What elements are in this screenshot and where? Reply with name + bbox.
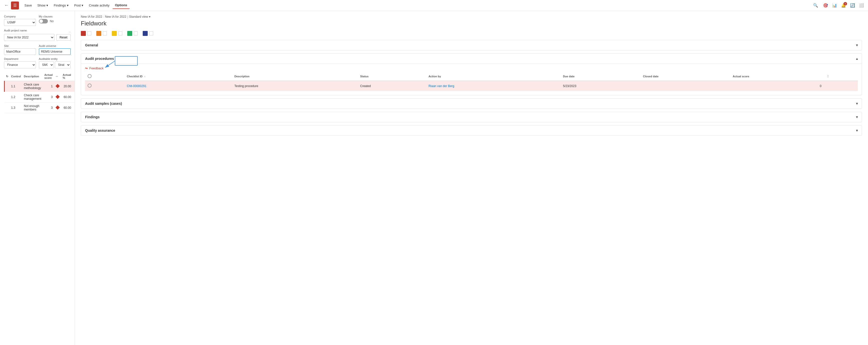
controls-table: ↻ Control Description Actual score ··· A…	[4, 72, 75, 113]
audit-procedures-header[interactable]: Audit procedures ▴	[81, 54, 862, 64]
feedback-link[interactable]: ⇋ Feedback	[85, 64, 858, 72]
sort-icon[interactable]: ↑	[144, 75, 146, 78]
refresh-button[interactable]: 🔄	[849, 2, 856, 9]
topbar-icons: 🎯 📊 🔔 0 🔄 ⬜	[822, 2, 865, 9]
procedures-table-body: Chlt-00000291 Testing procedure Created …	[85, 81, 858, 91]
color-filters	[81, 31, 862, 36]
refresh-icon[interactable]: ↻	[6, 75, 8, 78]
audit-samples-label: Audit samples (cases)	[85, 101, 122, 105]
company-select[interactable]: USMF	[4, 19, 36, 26]
proc-col-actual-score: Actual score	[730, 72, 824, 81]
ctrl-cell-description: Check care methodology	[23, 81, 43, 92]
my-clauses-label: My clauses	[39, 15, 71, 18]
department-select[interactable]: Finance	[4, 61, 36, 68]
audit-procedures-body: ⇋ Feedback Checklist ID ↑	[81, 64, 862, 95]
findings-header[interactable]: Findings ▾	[81, 112, 862, 122]
color-filter-blue	[143, 31, 153, 36]
blue-checkbox[interactable]	[149, 31, 153, 35]
icon1-button[interactable]: 🎯	[822, 2, 829, 9]
ctrl-cell-diamond	[54, 81, 61, 92]
back-button[interactable]: ←	[3, 2, 10, 9]
icon2-button[interactable]: 📊	[831, 2, 838, 9]
controls-table-row[interactable]: 1.2 Check care management 3 60.00	[4, 92, 75, 102]
color-filter-orange	[96, 31, 107, 36]
quality-assurance-chevron: ▾	[856, 128, 858, 132]
proc-col-more[interactable]: ⋮	[824, 72, 858, 81]
save-button[interactable]: Save	[22, 2, 34, 9]
ctrl-cell-score: 3	[43, 102, 54, 113]
my-clauses-field: My clauses No	[39, 15, 71, 24]
proc-cell-id[interactable]: Chlt-00000291	[124, 81, 232, 91]
audit-project-label: Audit project name	[4, 29, 27, 32]
left-panel: Company USMF My clauses No Audit project…	[0, 11, 75, 345]
orange-dot	[96, 31, 101, 36]
show-button[interactable]: Show ▾	[35, 2, 51, 9]
ctrl-cell-description: Check care management	[23, 92, 43, 102]
col-more2[interactable]: ⋮	[72, 72, 75, 81]
proc-cell-actual-score: 0	[730, 81, 824, 91]
ctrl-cell-pct: 60.00	[61, 92, 72, 102]
orange-checkbox[interactable]	[103, 31, 107, 35]
yellow-checkbox[interactable]	[118, 31, 122, 35]
ctrl-cell-icon	[4, 102, 10, 113]
options-button[interactable]: Options	[113, 2, 130, 9]
red-checkbox[interactable]	[87, 31, 91, 35]
quality-assurance-header[interactable]: Quality assurance ▾	[81, 125, 862, 135]
audit-universe-input[interactable]	[39, 49, 71, 55]
breadcrumb-part1: New IA for 2022	[81, 15, 102, 19]
search-button[interactable]: 🔍	[812, 2, 819, 9]
ctrl-cell-score: 1	[43, 81, 54, 92]
proc-cell-description: Testing procedure	[232, 81, 358, 91]
procedures-table: Checklist ID ↑ Description Status Action…	[85, 72, 858, 91]
findings-button[interactable]: Findings ▾	[51, 2, 71, 9]
reset-button[interactable]: Reset	[56, 34, 71, 41]
findings-label: Findings	[85, 115, 99, 119]
page-title: Fieldwork	[81, 20, 862, 27]
feedback-icon: ⇋	[85, 66, 88, 70]
controls-table-row[interactable]: 1.3 Not enough members 3 60.00	[4, 102, 75, 113]
proc-header-checkbox[interactable]	[88, 74, 92, 78]
proc-table-row[interactable]: Chlt-00000291 Testing procedure Created …	[85, 81, 858, 91]
post-button[interactable]: Post ▾	[72, 2, 86, 9]
proc-cell-checkbox[interactable]	[85, 81, 124, 91]
proc-cell-action-by[interactable]: Riaan van der Berg	[426, 81, 560, 91]
auditable-entity-select1[interactable]: SMC	[39, 61, 54, 68]
col-actual-score-header: Actual score	[43, 72, 54, 81]
create-activity-button[interactable]: Create activity	[86, 2, 112, 9]
col-more-header[interactable]: ···	[54, 72, 61, 81]
site-field: Site	[4, 44, 36, 55]
proc-col-closed-date: Closed date	[641, 72, 730, 81]
menu-button[interactable]: ☰	[11, 1, 19, 9]
notification-button[interactable]: 🔔 0	[840, 2, 847, 9]
right-panel: New IA for 2022 : New IA for 2022 | Stan…	[75, 11, 868, 345]
controls-table-header: ↻ Control Description Actual score ··· A…	[4, 72, 75, 81]
ctrl-cell-icon	[4, 81, 10, 92]
icon5-button[interactable]: ⬜	[858, 2, 865, 9]
color-filter-yellow	[112, 31, 122, 36]
site-input[interactable]	[4, 49, 36, 55]
proc-col-action-by: Action by	[426, 72, 560, 81]
ctrl-cell-control: 1.2	[10, 92, 23, 102]
audit-dots: ..	[69, 29, 71, 33]
controls-table-row[interactable]: 1.1 Check care methodology 1 20.00	[4, 81, 75, 92]
audit-procedures-chevron: ▴	[856, 57, 858, 61]
breadcrumb-pipe: |	[127, 15, 128, 19]
auditable-entity-label: Auditable entity	[39, 57, 71, 60]
toggle-row: No	[39, 19, 71, 24]
ctrl-cell-pct: 20.00	[61, 81, 72, 92]
dept-entity-row: Department Finance Auditable entity SMC …	[4, 57, 71, 68]
audit-project-select[interactable]: New IA for 2022	[4, 34, 54, 41]
department-label: Department	[4, 57, 36, 60]
ctrl-cell-description: Not enough members	[23, 102, 43, 113]
audit-samples-header[interactable]: Audit samples (cases) ▾	[81, 98, 862, 108]
feedback-wrapper: ⇋ Feedback	[85, 64, 858, 72]
auditable-entity-field: Auditable entity SMC Strategic M...	[39, 57, 71, 68]
nav-bar: Save Show ▾ Findings ▾ Post ▾ Create act…	[22, 2, 130, 9]
breadcrumb-view-selector[interactable]: Standard view ▾	[129, 15, 150, 19]
ctrl-cell-diamond	[54, 102, 61, 113]
my-clauses-toggle[interactable]	[39, 19, 48, 24]
feedback-label: Feedback	[89, 66, 103, 70]
auditable-entity-select2[interactable]: Strategic M...	[55, 61, 71, 68]
general-section-header[interactable]: General ▾	[81, 40, 862, 50]
green-checkbox[interactable]	[134, 31, 138, 35]
